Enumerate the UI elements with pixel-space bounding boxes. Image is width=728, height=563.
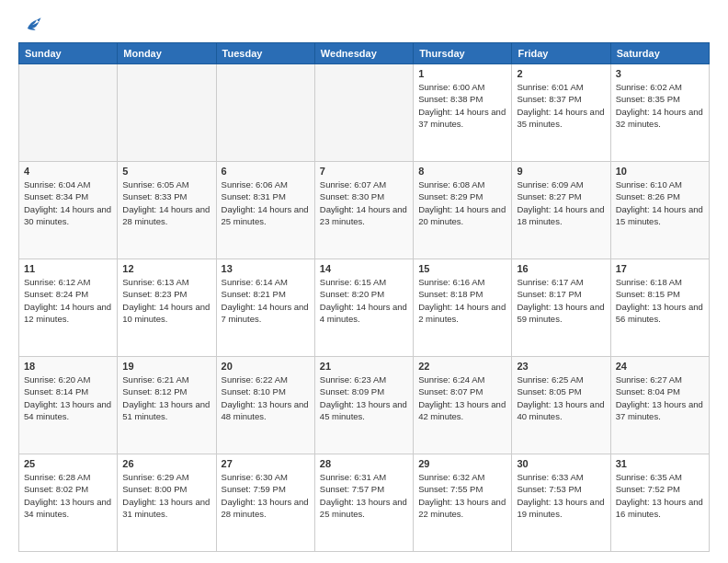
calendar-cell: 14Sunrise: 6:15 AMSunset: 8:20 PMDayligh… [314,259,413,357]
calendar-cell: 30Sunrise: 6:33 AMSunset: 7:53 PMDayligh… [512,454,610,552]
calendar-cell: 18Sunrise: 6:20 AMSunset: 8:14 PMDayligh… [19,357,118,454]
day-info: Sunrise: 6:12 AMSunset: 8:24 PMDaylight:… [24,276,112,325]
day-number: 25 [24,458,112,469]
calendar-cell [216,64,314,162]
day-info: Sunrise: 6:23 AMSunset: 8:09 PMDaylight:… [320,373,408,422]
day-info: Sunrise: 6:22 AMSunset: 8:10 PMDaylight:… [222,373,310,422]
weekday-header-thursday: Thursday [414,43,512,64]
day-number: 27 [222,458,310,469]
day-info: Sunrise: 6:14 AMSunset: 8:21 PMDaylight:… [222,276,310,325]
day-info: Sunrise: 6:33 AMSunset: 7:53 PMDaylight:… [517,471,605,520]
day-info: Sunrise: 6:20 AMSunset: 8:14 PMDaylight:… [24,373,112,422]
weekday-header-tuesday: Tuesday [216,43,314,64]
day-number: 19 [122,361,210,372]
calendar-cell: 6Sunrise: 6:06 AMSunset: 8:31 PMDaylight… [216,162,314,259]
day-number: 15 [418,263,506,274]
weekday-header-friday: Friday [512,43,610,64]
calendar-cell: 12Sunrise: 6:13 AMSunset: 8:23 PMDayligh… [118,259,216,357]
calendar-cell: 9Sunrise: 6:09 AMSunset: 8:27 PMDaylight… [512,162,610,259]
day-number: 7 [320,166,408,177]
day-number: 8 [418,166,506,177]
day-number: 17 [616,263,704,274]
calendar-week-row: 11Sunrise: 6:12 AMSunset: 8:24 PMDayligh… [19,259,710,357]
calendar-cell: 26Sunrise: 6:29 AMSunset: 8:00 PMDayligh… [118,454,216,552]
calendar-cell [118,64,216,162]
day-info: Sunrise: 6:13 AMSunset: 8:23 PMDaylight:… [122,276,210,325]
day-info: Sunrise: 6:10 AMSunset: 8:26 PMDaylight:… [616,178,704,227]
calendar-cell: 20Sunrise: 6:22 AMSunset: 8:10 PMDayligh… [216,357,314,454]
day-number: 24 [616,361,704,372]
day-info: Sunrise: 6:01 AMSunset: 8:37 PMDaylight:… [517,81,605,130]
calendar-cell: 1Sunrise: 6:00 AMSunset: 8:38 PMDaylight… [414,64,512,162]
calendar-cell: 11Sunrise: 6:12 AMSunset: 8:24 PMDayligh… [19,259,118,357]
day-number: 31 [616,458,704,469]
day-number: 26 [122,458,210,469]
header [18,15,710,35]
weekday-header-sunday: Sunday [19,43,118,64]
calendar-week-row: 18Sunrise: 6:20 AMSunset: 8:14 PMDayligh… [19,357,710,454]
day-info: Sunrise: 6:30 AMSunset: 7:59 PMDaylight:… [222,471,310,520]
calendar-cell [314,64,413,162]
day-info: Sunrise: 6:06 AMSunset: 8:31 PMDaylight:… [222,178,310,227]
calendar-cell: 15Sunrise: 6:16 AMSunset: 8:18 PMDayligh… [414,259,512,357]
calendar-week-row: 25Sunrise: 6:28 AMSunset: 8:02 PMDayligh… [19,454,710,552]
day-info: Sunrise: 6:27 AMSunset: 8:04 PMDaylight:… [616,373,704,422]
calendar-cell: 8Sunrise: 6:08 AMSunset: 8:29 PMDaylight… [414,162,512,259]
day-number: 6 [222,166,310,177]
calendar-cell: 29Sunrise: 6:32 AMSunset: 7:55 PMDayligh… [414,454,512,552]
calendar-cell: 16Sunrise: 6:17 AMSunset: 8:17 PMDayligh… [512,259,610,357]
calendar-cell: 13Sunrise: 6:14 AMSunset: 8:21 PMDayligh… [216,259,314,357]
calendar-cell: 17Sunrise: 6:18 AMSunset: 8:15 PMDayligh… [610,259,709,357]
day-number: 9 [517,166,605,177]
calendar-cell: 31Sunrise: 6:35 AMSunset: 7:52 PMDayligh… [610,454,709,552]
day-number: 21 [320,361,408,372]
calendar-cell: 23Sunrise: 6:25 AMSunset: 8:05 PMDayligh… [512,357,610,454]
calendar-cell: 25Sunrise: 6:28 AMSunset: 8:02 PMDayligh… [19,454,118,552]
day-number: 12 [122,263,210,274]
day-info: Sunrise: 6:32 AMSunset: 7:55 PMDaylight:… [418,471,506,520]
day-number: 3 [616,68,704,79]
day-info: Sunrise: 6:28 AMSunset: 8:02 PMDaylight:… [24,471,112,520]
day-number: 2 [517,68,605,79]
day-number: 29 [418,458,506,469]
page: SundayMondayTuesdayWednesdayThursdayFrid… [0,0,728,563]
calendar-table: SundayMondayTuesdayWednesdayThursdayFrid… [18,42,710,552]
calendar-week-row: 4Sunrise: 6:04 AMSunset: 8:34 PMDaylight… [19,162,710,259]
calendar-cell: 2Sunrise: 6:01 AMSunset: 8:37 PMDaylight… [512,64,610,162]
calendar-cell: 10Sunrise: 6:10 AMSunset: 8:26 PMDayligh… [610,162,709,259]
day-number: 11 [24,263,112,274]
day-info: Sunrise: 6:07 AMSunset: 8:30 PMDaylight:… [320,178,408,227]
day-number: 4 [24,166,112,177]
day-info: Sunrise: 6:29 AMSunset: 8:00 PMDaylight:… [122,471,210,520]
day-info: Sunrise: 6:08 AMSunset: 8:29 PMDaylight:… [418,178,506,227]
day-info: Sunrise: 6:25 AMSunset: 8:05 PMDaylight:… [517,373,605,422]
day-number: 10 [616,166,704,177]
day-number: 20 [222,361,310,372]
calendar-cell: 27Sunrise: 6:30 AMSunset: 7:59 PMDayligh… [216,454,314,552]
day-info: Sunrise: 6:15 AMSunset: 8:20 PMDaylight:… [320,276,408,325]
day-info: Sunrise: 6:35 AMSunset: 7:52 PMDaylight:… [616,471,704,520]
day-number: 13 [222,263,310,274]
calendar-cell: 28Sunrise: 6:31 AMSunset: 7:57 PMDayligh… [314,454,413,552]
day-number: 23 [517,361,605,372]
weekday-header-wednesday: Wednesday [314,43,413,64]
weekday-header-monday: Monday [118,43,216,64]
day-info: Sunrise: 6:31 AMSunset: 7:57 PMDaylight:… [320,471,408,520]
calendar-cell: 24Sunrise: 6:27 AMSunset: 8:04 PMDayligh… [610,357,709,454]
calendar-cell: 7Sunrise: 6:07 AMSunset: 8:30 PMDaylight… [314,162,413,259]
calendar-cell: 22Sunrise: 6:24 AMSunset: 8:07 PMDayligh… [414,357,512,454]
logo [18,15,44,35]
day-number: 5 [122,166,210,177]
day-number: 18 [24,361,112,372]
day-info: Sunrise: 6:24 AMSunset: 8:07 PMDaylight:… [418,373,506,422]
day-info: Sunrise: 6:04 AMSunset: 8:34 PMDaylight:… [24,178,112,227]
calendar-cell [19,64,118,162]
calendar-cell: 21Sunrise: 6:23 AMSunset: 8:09 PMDayligh… [314,357,413,454]
calendar-week-row: 1Sunrise: 6:00 AMSunset: 8:38 PMDaylight… [19,64,710,162]
weekday-header-saturday: Saturday [610,43,709,64]
day-info: Sunrise: 6:18 AMSunset: 8:15 PMDaylight:… [616,276,704,325]
day-info: Sunrise: 6:21 AMSunset: 8:12 PMDaylight:… [122,373,210,422]
day-number: 1 [418,68,506,79]
day-info: Sunrise: 6:00 AMSunset: 8:38 PMDaylight:… [418,81,506,130]
day-number: 30 [517,458,605,469]
